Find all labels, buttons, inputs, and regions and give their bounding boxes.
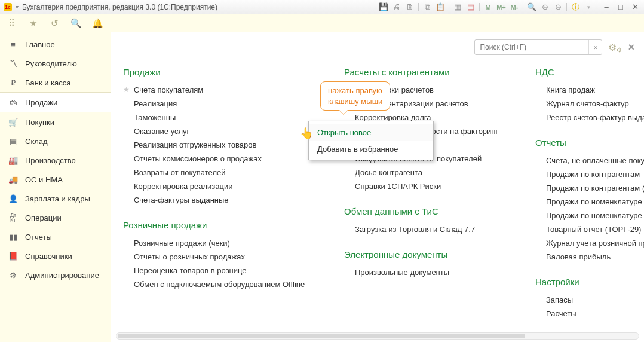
sidebar-item-label: ОС и НМА bbox=[25, 175, 63, 184]
link-unpaid[interactable]: Счета, не оплаченные покупателями bbox=[535, 154, 644, 167]
menu-icon: ≡ bbox=[8, 39, 18, 49]
sidebar-item-label: Продажи bbox=[25, 98, 57, 107]
sidebar-item-operations[interactable]: ДтКт Операции bbox=[0, 208, 111, 227]
copy-icon[interactable]: ⧉ bbox=[422, 2, 432, 12]
section-title-tis: Обмен данными с ТиС bbox=[344, 206, 511, 216]
callout-line1: нажать правую bbox=[328, 86, 382, 96]
mplus-icon[interactable]: M+ bbox=[496, 2, 506, 12]
link-torg29[interactable]: Товарный отчет (ТОРГ-29) bbox=[535, 222, 644, 236]
link-dossier[interactable]: Досье контрагента bbox=[344, 166, 511, 179]
link-customs[interactable]: Таможенны bbox=[123, 111, 320, 124]
zoomout-icon[interactable]: ⊖ bbox=[553, 2, 563, 12]
link-gross-profit[interactable]: Валовая прибыль bbox=[535, 250, 644, 264]
factory-icon: 🏭 bbox=[8, 155, 18, 165]
settings-gear-icon[interactable]: ⚙⚙ bbox=[608, 42, 622, 53]
link-arbitrary-docs[interactable]: Произвольные документы bbox=[344, 265, 511, 279]
link-retail-journal[interactable]: Журнал учета розничной продажи bbox=[535, 236, 644, 250]
search-box: × bbox=[474, 39, 602, 55]
bell-icon[interactable]: 🔔 bbox=[92, 18, 103, 29]
print-icon[interactable]: 🖨 bbox=[392, 2, 401, 12]
search-clear-button[interactable]: × bbox=[588, 40, 602, 54]
link-sales-by-nom1[interactable]: Продажи по номенклатуре bbox=[535, 195, 644, 209]
sidebar-item-sales[interactable]: 🛍 Продажи bbox=[0, 92, 111, 112]
search-icon[interactable]: 🔍 bbox=[527, 2, 536, 12]
link-retail-offline[interactable]: Обмен с подключаемым оборудованием Offli… bbox=[123, 277, 320, 291]
grid-icon[interactable]: ▦ bbox=[453, 2, 462, 12]
sales-links: Счета покупателям Реализация Таможенны О… bbox=[123, 83, 320, 207]
sidebar-item-label: Производство bbox=[25, 156, 76, 165]
link-1spark[interactable]: Справки 1СПАРК Риски bbox=[344, 179, 511, 193]
info-dd-icon[interactable]: ▾ bbox=[584, 2, 593, 12]
close-button[interactable]: ✕ bbox=[630, 2, 640, 12]
sidebar-item-purchases[interactable]: 🛒 Покупки bbox=[0, 112, 111, 132]
search-input[interactable] bbox=[475, 43, 588, 51]
link-returns[interactable]: Возвраты от покупателей bbox=[123, 166, 320, 179]
titlebar: 1c ▾ Бухгалтерия предприятия, редакция 3… bbox=[0, 0, 644, 14]
info-icon[interactable]: ⓘ bbox=[571, 2, 580, 12]
m-icon[interactable]: M bbox=[483, 2, 493, 12]
hint-callout: нажать правую клавишу мыши bbox=[320, 81, 390, 111]
sidebar-item-label: Администрирование bbox=[25, 271, 99, 280]
link-tis-load[interactable]: Загрузка из Торговля и Склад 7.7 bbox=[344, 222, 511, 236]
mminus-icon[interactable]: M- bbox=[510, 2, 519, 12]
link-commissioner-reports[interactable]: Отчеты комиссионеров о продажах bbox=[123, 152, 320, 166]
sidebar: ≡ Главное 〽 Руководителю ₽ Банк и касса … bbox=[0, 32, 111, 342]
sidebar-item-references[interactable]: 📕 Справочники bbox=[0, 246, 111, 265]
link-invoice-journal[interactable]: Журнал счетов-фактур bbox=[535, 97, 644, 111]
link-services[interactable]: Оказание услуг bbox=[123, 124, 320, 138]
section-title-settings: Настройки bbox=[535, 277, 644, 287]
gear-icon: ⚙ bbox=[8, 270, 18, 280]
link-shipped-goods[interactable]: Реализация отгруженных товаров bbox=[123, 138, 320, 152]
column-sales: Продажи Счета покупателям Реализация Там… bbox=[123, 67, 320, 320]
link-invoices[interactable]: Счета покупателям bbox=[123, 83, 320, 97]
link-realization[interactable]: Реализация bbox=[123, 97, 320, 111]
calendar-icon[interactable]: ▤ bbox=[466, 2, 476, 12]
link-retail-checks[interactable]: Розничные продажи (чеки) bbox=[123, 236, 320, 250]
sidebar-item-assets[interactable]: 🚚 ОС и НМА bbox=[0, 170, 111, 189]
dropdown-icon[interactable]: ▾ bbox=[16, 4, 19, 10]
sidebar-item-reports[interactable]: ▮▮ Отчеты bbox=[0, 227, 111, 246]
ruble-icon: ₽ bbox=[8, 78, 18, 87]
link-sales-by-contr2[interactable]: Продажи по контрагентам (сводно) bbox=[535, 181, 644, 195]
maximize-button[interactable]: □ bbox=[615, 2, 626, 12]
boxes-icon: ▤ bbox=[8, 136, 18, 146]
scrollbar-thumb[interactable] bbox=[118, 334, 525, 338]
link-sales-book[interactable]: Книга продаж bbox=[535, 83, 644, 97]
truck-icon: 🚚 bbox=[8, 175, 18, 184]
context-open-new[interactable]: Открыть новое bbox=[309, 124, 433, 141]
save-icon[interactable]: 💾 bbox=[379, 2, 388, 12]
sidebar-item-manager[interactable]: 〽 Руководителю bbox=[0, 54, 111, 73]
top-controls: × ⚙⚙ × bbox=[474, 39, 634, 55]
sidebar-item-salary[interactable]: 👤 Зарплата и кадры bbox=[0, 189, 111, 208]
sidebar-item-label: Операции bbox=[25, 213, 62, 222]
link-invoice-register[interactable]: Реестр счетов-фактур выданных bbox=[535, 111, 644, 124]
link-retail-revalue[interactable]: Переоценка товаров в рознице bbox=[123, 264, 320, 277]
link-retail-reports[interactable]: Отчеты о розничных продажах bbox=[123, 250, 320, 264]
search2-icon[interactable]: 🔍 bbox=[70, 18, 81, 29]
bars-icon: ▮▮ bbox=[8, 232, 18, 242]
link-sales-by-nom2[interactable]: Продажи по номенклатуре (сводно) bbox=[535, 209, 644, 222]
sidebar-item-main[interactable]: ≡ Главное bbox=[0, 35, 111, 54]
sidebar-item-admin[interactable]: ⚙ Администрирование bbox=[0, 265, 111, 285]
link-invoices-issued[interactable]: Счета-фактуры выданные bbox=[123, 193, 320, 207]
preview-icon[interactable]: 🗎 bbox=[405, 2, 415, 12]
sidebar-item-label: Отчеты bbox=[25, 233, 52, 242]
zoomin-icon[interactable]: ⊕ bbox=[540, 2, 550, 12]
sidebar-item-warehouse[interactable]: ▤ Склад bbox=[0, 132, 111, 151]
sidebar-item-bank[interactable]: ₽ Банк и касса bbox=[0, 73, 111, 92]
star-icon[interactable]: ★ bbox=[27, 18, 38, 29]
paste-icon[interactable]: 📋 bbox=[436, 2, 445, 12]
link-adjustment[interactable]: Корректировка реализации bbox=[123, 179, 320, 193]
apps-icon[interactable]: ⠿ bbox=[6, 18, 17, 29]
link-sales-by-contr1[interactable]: Продажи по контрагентам bbox=[535, 167, 644, 181]
close-page-button[interactable]: × bbox=[628, 41, 634, 54]
link-stock[interactable]: Запасы bbox=[535, 293, 644, 307]
history-icon[interactable]: ↺ bbox=[49, 18, 60, 29]
minimize-button[interactable]: – bbox=[601, 2, 612, 12]
retail-links: Розничные продажи (чеки) Отчеты о рознич… bbox=[123, 236, 320, 291]
cart-icon: 🛒 bbox=[8, 117, 18, 127]
link-calcs[interactable]: Расчеты bbox=[535, 307, 644, 320]
horizontal-scrollbar[interactable] bbox=[116, 332, 639, 340]
context-add-favorite[interactable]: Добавить в избранное bbox=[309, 141, 433, 157]
sidebar-item-production[interactable]: 🏭 Производство bbox=[0, 151, 111, 170]
